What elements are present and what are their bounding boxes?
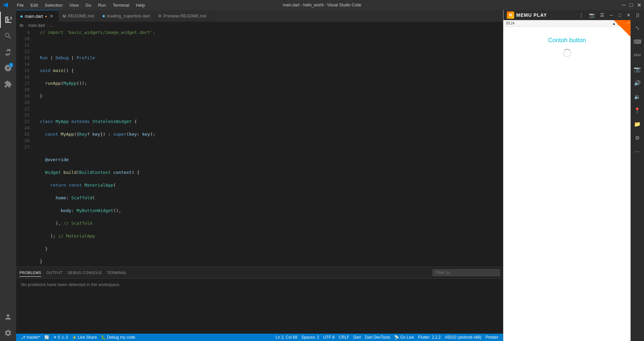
tab-loading-cupertino[interactable]: ◆ loading_cupertino.dart: [98, 10, 155, 22]
breadcrumb-more[interactable]: ...: [50, 23, 53, 28]
tab-main-dart[interactable]: ◆ main.dart ● ✕: [16, 10, 59, 22]
panel-tabs: PROBLEMS OUTPUT DEBUG CONSOLE TERMINAL: [16, 267, 503, 279]
breadcrumb-lib[interactable]: lib: [19, 23, 23, 28]
sidebar-item-extensions[interactable]: [0, 76, 16, 92]
menu-edit[interactable]: Edit: [27, 2, 41, 8]
run-link[interactable]: Run: [40, 55, 48, 60]
memu-close-btn[interactable]: ✕: [625, 12, 632, 18]
git-branch-icon: ⎇: [21, 335, 25, 340]
profile-link[interactable]: Profile: [76, 55, 95, 60]
sidebar-item-settings[interactable]: [0, 325, 16, 341]
memu-location-btn[interactable]: 📍: [631, 104, 643, 116]
vscode-icon: [3, 2, 8, 8]
panel-filter-input[interactable]: [433, 269, 500, 276]
tab-close-main-dart[interactable]: ✕: [49, 13, 54, 19]
status-line-endings[interactable]: CRLF: [337, 334, 351, 341]
debug-link[interactable]: Debug: [56, 55, 69, 60]
menu-file[interactable]: File: [13, 2, 27, 8]
title-bar: File Edit Selection View Go Run Terminal…: [0, 0, 644, 10]
encoding-label: UTF-8: [323, 335, 335, 340]
menu-selection[interactable]: Selection: [41, 2, 66, 8]
memu-more-side-btn[interactable]: ⋯: [631, 145, 643, 157]
memu-maximize-btn[interactable]: □: [617, 12, 623, 18]
go-live-label: Go Live: [400, 335, 414, 340]
status-errors[interactable]: ✕ 0 ⚠ 0: [51, 334, 70, 341]
memu-expand-btn[interactable]: ⟩⟩: [635, 12, 641, 18]
memu-settings-icon[interactable]: ☰: [599, 12, 606, 18]
breadcrumb-file[interactable]: main.dart: [28, 23, 45, 28]
sidebar-item-source-control[interactable]: [0, 44, 16, 60]
panel: PROBLEMS OUTPUT DEBUG CONSOLE TERMINAL N…: [16, 267, 503, 334]
status-device[interactable]: A5010 (android-x86): [443, 334, 483, 341]
memu-settings-side-btn[interactable]: ⚙: [631, 132, 643, 144]
sidebar-item-account[interactable]: [0, 309, 16, 325]
memu-expand-side-btn[interactable]: ⤡: [631, 22, 643, 34]
status-go-live[interactable]: 📡 Go Live: [392, 334, 416, 341]
tab-readme[interactable]: M README.md: [59, 10, 98, 22]
memu-folder-btn[interactable]: 📁: [631, 118, 643, 130]
memu-menu-icon[interactable]: ⋮: [578, 12, 585, 18]
menu-view[interactable]: View: [66, 2, 82, 8]
svg-rect-4: [7, 18, 8, 19]
sidebar-item-search[interactable]: [0, 28, 16, 44]
tabs-bar: ◆ main.dart ● ✕ M README.md ◆ loading_cu…: [16, 10, 503, 22]
cursor-position-label: Ln 2, Col 68: [276, 335, 298, 340]
code-editor[interactable]: 9 10 11 12 13 14 15 16 17 18 19 20 21 22…: [16, 29, 503, 267]
status-live-share[interactable]: ⚡ Live Share: [70, 334, 99, 341]
memu-body: ⤢ 03:24 ▲ 📶 🔋 Contoh button: [503, 20, 644, 341]
svg-rect-3: [11, 17, 11, 19]
error-icon: ✕: [53, 335, 57, 340]
tab-preview-readme[interactable]: ⊙ Preview README.md: [154, 10, 210, 22]
menu-terminal[interactable]: Terminal: [109, 2, 132, 8]
corner-expand-icon: ⤢: [627, 21, 630, 24]
panel-tab-terminal[interactable]: TERMINAL: [107, 269, 127, 276]
memu-volume-down-btn[interactable]: 🔉: [631, 90, 643, 103]
dart-file-icon: ◆: [20, 14, 23, 18]
window-maximize[interactable]: □: [630, 2, 633, 8]
debug-my-code-icon: 🐛: [101, 335, 106, 340]
panel-tab-problems[interactable]: PROBLEMS: [19, 269, 41, 277]
memu-volume-up-btn[interactable]: 🔊: [631, 77, 643, 89]
status-language[interactable]: Dart: [351, 334, 363, 341]
activity-bar: 1: [0, 10, 16, 341]
status-dart-devtools[interactable]: Dart DevTools: [363, 334, 392, 341]
panel-tab-output[interactable]: OUTPUT: [46, 269, 62, 276]
phone-status-bar: 03:24 ▲ 📶 🔋: [503, 20, 631, 27]
status-branch[interactable]: ⎇ master*: [19, 334, 42, 341]
panel-tab-debug-console[interactable]: DEBUG CONSOLE: [67, 269, 102, 276]
status-flutter[interactable]: Flutter: 2.2.2: [416, 334, 443, 341]
dart-file-icon2: ◆: [102, 14, 105, 18]
breadcrumb-sep1: ›: [25, 23, 26, 28]
status-prettier[interactable]: Prettier: [483, 334, 500, 341]
window-minimize[interactable]: ─: [622, 2, 626, 8]
memu-fps-btn[interactable]: FPH: [631, 49, 643, 61]
warning-icon: ⚠: [61, 335, 65, 340]
memu-camera-icon[interactable]: 📷: [588, 12, 596, 18]
phone-time: 03:24: [506, 21, 612, 25]
memu-screenshot-btn[interactable]: 📷: [631, 63, 643, 75]
status-spaces[interactable]: Spaces: 2: [299, 334, 321, 341]
debug-badge: 1: [9, 63, 13, 67]
sync-icon: 🔄: [44, 335, 49, 340]
status-encoding[interactable]: UTF-8: [321, 334, 337, 341]
tab-modified-dot: ●: [45, 14, 47, 18]
menu-go[interactable]: Go: [82, 2, 95, 8]
sidebar-item-explorer[interactable]: [0, 12, 16, 28]
tab-label-main-dart: main.dart: [25, 14, 43, 19]
memu-keyboard-btn[interactable]: ⌨: [631, 36, 643, 48]
dart-devtools-label: Dart DevTools: [365, 335, 390, 340]
live-share-label: Live Share: [78, 335, 97, 340]
menu-help[interactable]: Help: [132, 2, 148, 8]
memu-minimize-btn[interactable]: ─: [608, 12, 614, 18]
svg-rect-2: [5, 22, 11, 23]
sidebar-item-run-debug[interactable]: 1: [0, 60, 16, 76]
live-share-icon: ⚡: [72, 335, 77, 340]
window-close[interactable]: ✕: [637, 2, 641, 8]
status-sync[interactable]: 🔄: [42, 334, 51, 341]
loading-spinner: [563, 49, 571, 57]
code-content[interactable]: // import 'basic_widgets/image_widget.da…: [33, 29, 503, 267]
contoh-button[interactable]: Contoh button: [548, 37, 586, 44]
status-cursor-position[interactable]: Ln 2, Col 68: [274, 334, 300, 341]
status-debug-my-code[interactable]: 🐛 Debug my code: [99, 334, 137, 341]
menu-run[interactable]: Run: [95, 2, 109, 8]
